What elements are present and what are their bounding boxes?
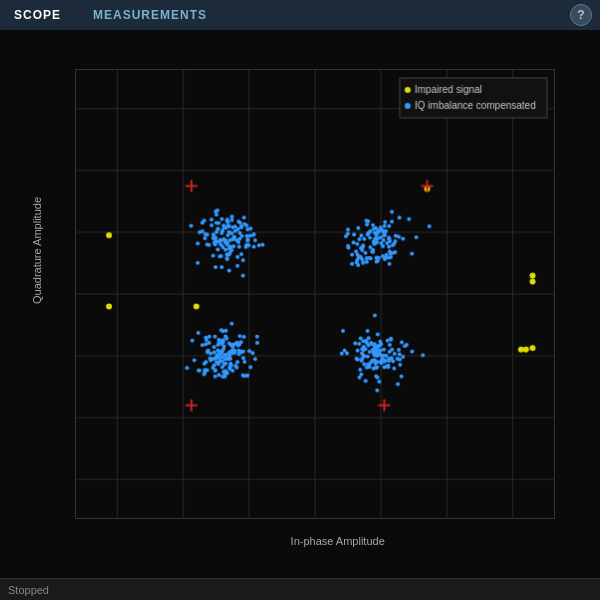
app-container: SCOPE MEASUREMENTS ? Quadrature Amplitud… (0, 0, 600, 600)
measurements-tab[interactable]: MEASUREMENTS (87, 4, 213, 26)
scatter-canvas (76, 70, 554, 518)
status-bar: Stopped (0, 578, 600, 600)
x-axis-label: In-phase Amplitude (291, 535, 385, 547)
top-bar: SCOPE MEASUREMENTS ? (0, 0, 600, 30)
plot-area (75, 69, 555, 519)
scope-tab[interactable]: SCOPE (8, 4, 67, 26)
chart-area: Quadrature Amplitude In-phase Amplitude (0, 30, 600, 578)
chart-wrapper: Quadrature Amplitude In-phase Amplitude (35, 59, 565, 549)
y-axis-label: Quadrature Amplitude (31, 197, 43, 304)
help-button[interactable]: ? (570, 4, 592, 26)
status-text: Stopped (8, 584, 49, 596)
